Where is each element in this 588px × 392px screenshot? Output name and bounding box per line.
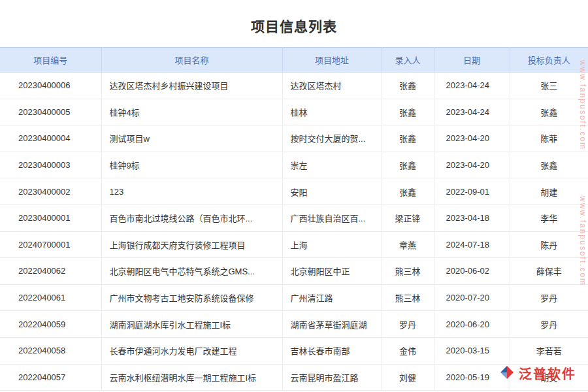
cell-date: 2020-03-15 xyxy=(434,337,510,364)
cell-name: 上海银行成都天府支行装修工程项目 xyxy=(101,231,282,258)
cell-address: 广西壮族自治区百... xyxy=(282,204,382,231)
cell-date: 2020-06-20 xyxy=(434,311,510,338)
cell-date: 2023-04-24 xyxy=(434,99,510,125)
table-row[interactable]: 20240700001上海银行成都天府支行装修工程项目上海章燕2024-07-1… xyxy=(0,231,588,258)
brand-logo-text: 泛普软件 xyxy=(519,364,576,383)
cell-manager[interactable]: 李若若 xyxy=(510,337,588,364)
table-row[interactable]: 2022040059湖南洞庭湖水库引水工程施工I标湖南省茅草街洞庭湖罗丹2020… xyxy=(0,311,588,338)
table-row[interactable]: 2022040058长春市伊通河水力发电厂改建工程吉林长春市南部金伟2020-0… xyxy=(0,337,588,364)
cell-name: 广州市文物考古工地安防系统设备保修 xyxy=(101,284,282,311)
cell-date: 2022-09-01 xyxy=(434,178,510,205)
cell-name: 测试项目w xyxy=(101,125,282,152)
cell-id: 2022040059 xyxy=(0,311,101,338)
cell-id: 2022040058 xyxy=(0,337,101,364)
column-header-id: 项目编号 xyxy=(0,48,101,73)
cell-manager[interactable]: 罗丹 xyxy=(510,284,588,311)
cell-name: 北京朝阳区电气中芯特气系统之GMS... xyxy=(101,258,282,285)
cell-id: 20230400002 xyxy=(0,178,101,205)
cell-date: 2020-05-19 xyxy=(434,364,510,391)
cell-entry[interactable]: 熊三林 xyxy=(382,258,434,285)
cell-address: 上海 xyxy=(282,231,382,258)
cell-name: 桂钟9标 xyxy=(101,152,282,178)
cell-name: 湖南洞庭湖水库引水工程施工I标 xyxy=(101,311,282,338)
cell-name: 云南水利枢纽潜明水库一期工程施工I标 xyxy=(101,364,282,391)
cell-id: 20230400004 xyxy=(0,125,101,152)
cell-entry[interactable]: 熊三林 xyxy=(382,284,434,311)
table-row[interactable]: 2022040062北京朝阳区电气中芯特气系统之GMS...北京朝阳区中正熊三林… xyxy=(0,258,588,285)
cell-manager[interactable]: 张鑫 xyxy=(510,99,588,125)
cell-manager[interactable]: 胡建 xyxy=(510,178,588,205)
cell-date: 2020-07-20 xyxy=(434,284,510,311)
cell-id: 20230400001 xyxy=(0,204,101,231)
cell-date: 2020-06-02 xyxy=(434,258,510,285)
cell-entry[interactable]: 张鑫 xyxy=(382,99,434,125)
table-row[interactable]: 20230400004测试项目w按时交付大厦的贺...张鑫2023-04-20陈… xyxy=(0,125,588,152)
cell-manager[interactable]: 李华 xyxy=(510,204,588,231)
cell-address: 安阳 xyxy=(282,178,382,205)
cell-name: 桂钟4标 xyxy=(101,99,282,125)
cell-entry[interactable]: 张鑫 xyxy=(382,152,434,178)
cell-id: 20240700001 xyxy=(0,231,101,258)
table-row[interactable]: 2022040061广州市文物考古工地安防系统设备保修广州清江路熊三林2020-… xyxy=(0,284,588,311)
cell-manager[interactable]: 薛保丰 xyxy=(510,258,588,285)
cell-date: 2024-07-18 xyxy=(434,231,510,258)
cell-manager[interactable]: 张鑫 xyxy=(510,152,588,178)
brand-logo-icon xyxy=(499,365,515,383)
table-row[interactable]: 20230400006达孜区塔杰村乡村振兴建设项目达孜区塔杰村张鑫2023-04… xyxy=(0,73,588,99)
table-body: 20230400006达孜区塔杰村乡村振兴建设项目达孜区塔杰村张鑫2023-04… xyxy=(0,73,588,391)
table-row[interactable]: 20230400002123安阳张鑫2022-09-01胡建 xyxy=(0,178,588,205)
cell-entry[interactable]: 张鑫 xyxy=(382,178,434,205)
cell-date: 2023-04-18 xyxy=(434,204,510,231)
cell-entry[interactable]: 金伟 xyxy=(382,337,434,364)
cell-address: 按时交付大厦的贺... xyxy=(282,125,382,152)
column-header-name: 项目名称 xyxy=(101,48,282,73)
cell-date: 2023-04-20 xyxy=(434,125,510,152)
page-title: 项目信息列表 xyxy=(0,0,588,47)
cell-id: 2022040062 xyxy=(0,258,101,285)
brand-logo: 泛普软件 xyxy=(499,364,576,383)
cell-id: 20230400003 xyxy=(0,152,101,178)
column-header-address: 项目地址 xyxy=(282,48,382,73)
cell-date: 2023-04-24 xyxy=(434,73,510,99)
table-row[interactable]: 20230400001百色市南北过境线公路（百色市北环...广西壮族自治区百..… xyxy=(0,204,588,231)
cell-address: 桂林 xyxy=(282,99,382,125)
column-header-entry: 录入人 xyxy=(382,48,434,73)
cell-entry[interactable]: 张鑫 xyxy=(382,125,434,152)
cell-entry[interactable]: 章燕 xyxy=(382,231,434,258)
cell-address: 吉林长春市南部 xyxy=(282,337,382,364)
cell-address: 云南昆明市盈江路 xyxy=(282,364,382,391)
cell-name: 百色市南北过境线公路（百色市北环... xyxy=(101,204,282,231)
cell-id: 20230400006 xyxy=(0,73,101,99)
cell-address: 湖南省茅草街洞庭湖 xyxy=(282,311,382,338)
cell-manager[interactable]: 陈丹 xyxy=(510,231,588,258)
column-header-manager: 投标负责人 xyxy=(510,48,588,73)
cell-date: 2023-04-20 xyxy=(434,152,510,178)
cell-manager[interactable]: 罗丹 xyxy=(510,311,588,338)
cell-name: 达孜区塔杰村乡村振兴建设项目 xyxy=(101,73,282,99)
cell-entry[interactable]: 罗丹 xyxy=(382,311,434,338)
cell-address: 崇左 xyxy=(282,152,382,178)
project-table: 项目编号项目名称项目地址录入人日期投标负责人 20230400006达孜区塔杰村… xyxy=(0,47,588,391)
cell-entry[interactable]: 刘健 xyxy=(382,364,434,391)
cell-entry[interactable]: 张鑫 xyxy=(382,73,434,99)
table-row[interactable]: 20230400003桂钟9标崇左张鑫2023-04-20张鑫 xyxy=(0,152,588,178)
cell-address: 北京朝阳区中正 xyxy=(282,258,382,285)
cell-id: 2022040057 xyxy=(0,364,101,391)
cell-id: 2022040061 xyxy=(0,284,101,311)
cell-name: 123 xyxy=(101,178,282,205)
table-row[interactable]: 20230400005桂钟4标桂林张鑫2023-04-24张鑫 xyxy=(0,99,588,125)
cell-address: 达孜区塔杰村 xyxy=(282,73,382,99)
cell-manager[interactable]: 陈菲 xyxy=(510,125,588,152)
cell-name: 长春市伊通河水力发电厂改建工程 xyxy=(101,337,282,364)
column-header-date: 日期 xyxy=(434,48,510,73)
cell-address: 广州清江路 xyxy=(282,284,382,311)
cell-manager[interactable]: 张三 xyxy=(510,73,588,99)
table-header-row: 项目编号项目名称项目地址录入人日期投标负责人 xyxy=(0,48,588,73)
cell-id: 20230400005 xyxy=(0,99,101,125)
cell-entry[interactable]: 梁正锋 xyxy=(382,204,434,231)
